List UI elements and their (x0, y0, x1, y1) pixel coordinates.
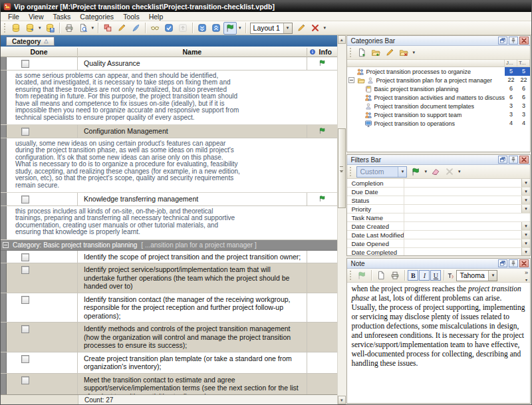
italic-button[interactable]: I (419, 270, 430, 281)
print-button[interactable] (63, 22, 76, 35)
tree-item[interactable]: Basic project transition planning66 (347, 84, 530, 93)
menu-item-categories[interactable]: Categories (75, 13, 118, 21)
tree-column-2[interactable]: T... (517, 60, 530, 67)
task-name-cell[interactable]: Configuration Management (78, 125, 307, 138)
note-pin-button[interactable] (509, 259, 518, 267)
new-database-button[interactable] (9, 22, 23, 35)
complete-task-button[interactable] (162, 22, 176, 35)
task-checkbox[interactable] (21, 355, 29, 363)
task-row[interactable]: Quality Assurance (1, 57, 337, 70)
task-row[interactable]: Identify project service/support/impleme… (1, 263, 337, 293)
underline-button[interactable]: U (430, 270, 441, 281)
scrollbar-thumb[interactable] (338, 128, 346, 208)
toolbar-overflow[interactable] (525, 269, 528, 283)
note-close-button[interactable] (519, 259, 529, 267)
scroll-up-button[interactable] (338, 35, 346, 44)
add-category-button[interactable] (355, 47, 368, 59)
tree-item[interactable]: Project transition to support team33 (347, 110, 530, 119)
task-name-cell[interactable]: Meet the transition contact to estimate … (78, 374, 307, 395)
filter-value[interactable] (404, 222, 521, 230)
dropdown-arrow-icon[interactable] (237, 25, 243, 31)
delete-category-button[interactable] (397, 47, 410, 59)
layout-combo[interactable]: Layout 1 (250, 23, 293, 34)
filter-dropdown-button[interactable] (521, 179, 530, 187)
column-header-done[interactable]: Done (1, 48, 78, 56)
task-checkbox[interactable] (21, 60, 29, 68)
category-band[interactable]: Category: Basic project transition plann… (1, 240, 337, 251)
task-row[interactable]: Knowledge transferring management (1, 193, 337, 206)
task-checkbox[interactable] (21, 253, 29, 261)
move-up-button[interactable] (176, 22, 190, 35)
task-checkbox[interactable] (21, 196, 29, 203)
print-preview-button[interactable] (76, 22, 90, 35)
collapse-icon[interactable] (3, 242, 9, 248)
combo-dropdown-icon[interactable] (398, 167, 406, 177)
filter-dropdown-button[interactable] (521, 188, 530, 196)
column-header-name[interactable]: Name (78, 48, 307, 56)
font-combo[interactable]: Tahoma (456, 270, 497, 281)
open-database-button[interactable] (23, 22, 37, 35)
categories-pin-button[interactable] (509, 37, 518, 45)
flag-filter-button[interactable] (223, 22, 237, 35)
task-checkbox[interactable] (21, 266, 29, 274)
task-checkbox[interactable] (21, 376, 29, 384)
task-name-cell[interactable]: Identify project service/support/impleme… (78, 263, 307, 293)
filter-value[interactable] (404, 231, 521, 239)
new-note-button[interactable] (374, 269, 388, 282)
bold-button[interactable]: B (408, 270, 418, 281)
categories-close-button[interactable] (519, 37, 529, 45)
combo-dropdown-icon[interactable] (283, 23, 292, 33)
filter-dropdown-button[interactable] (521, 196, 530, 204)
tree-column-1[interactable]: J... (505, 60, 517, 67)
filter-value[interactable] (404, 239, 521, 247)
task-row[interactable]: Create project transition plan template … (1, 352, 337, 374)
add-subcategory-button[interactable] (369, 47, 382, 59)
filter-preset-combo[interactable]: Custom (356, 166, 407, 178)
task-name-cell[interactable]: Identify methods and controls of the pro… (78, 323, 307, 352)
dropdown-arrow-icon[interactable] (411, 50, 416, 55)
filters-float-button[interactable] (498, 156, 507, 164)
task-checkbox[interactable] (21, 296, 29, 304)
delete-layout-button[interactable] (309, 22, 322, 35)
task-checkbox[interactable] (21, 325, 29, 333)
dropdown-arrow-icon[interactable] (457, 169, 462, 174)
column-header-info[interactable]: Info (307, 48, 337, 56)
task-row[interactable]: Configuration Management (1, 125, 337, 138)
tree-item[interactable]: Project transition plan for a project ma… (347, 76, 530, 84)
note-editor[interactable]: when the project progress reaches the pr… (347, 283, 530, 403)
filters-close-button[interactable] (519, 156, 529, 164)
task-name-cell[interactable]: Create project transition plan template … (78, 352, 307, 373)
task-name-cell[interactable]: Knowledge transferring management (78, 193, 307, 205)
menu-item-tools[interactable]: Tools (118, 13, 144, 21)
task-notes-button[interactable] (129, 22, 142, 35)
filter-value[interactable] (404, 179, 521, 187)
vertical-scrollbar[interactable] (337, 35, 346, 404)
task-checkbox[interactable] (21, 128, 29, 136)
categories-float-button[interactable] (498, 37, 507, 45)
filters-pin-button[interactable] (509, 156, 518, 164)
filter-value[interactable] (404, 205, 521, 213)
clear-filter-button[interactable] (429, 166, 442, 178)
tree-item[interactable]: Project transition to operations44 (347, 119, 530, 128)
print-note-button[interactable] (388, 269, 402, 282)
combo-dropdown-icon[interactable] (488, 271, 497, 281)
menu-item-tasks[interactable]: Tasks (49, 13, 76, 21)
tree-item[interactable]: Project transition activities and matter… (347, 93, 530, 102)
task-row[interactable]: Identify transition contact (the manager… (1, 293, 337, 323)
menu-item-view[interactable]: View (24, 13, 49, 21)
filter-dropdown-button[interactable] (521, 239, 530, 247)
filter-value[interactable] (404, 248, 521, 255)
expand-all-button[interactable] (196, 22, 209, 35)
edit-layout-button[interactable] (295, 22, 308, 35)
edit-category-button[interactable] (383, 47, 396, 59)
collapse-icon[interactable] (348, 77, 354, 83)
task-row[interactable]: Meet the transition contact to estimate … (1, 374, 337, 395)
note-float-button[interactable] (498, 259, 507, 267)
menu-item-help[interactable]: Help (144, 13, 168, 21)
dropdown-arrow-icon[interactable] (323, 25, 328, 31)
new-category-button[interactable] (101, 22, 114, 35)
collapse-all-button[interactable] (209, 22, 223, 35)
apply-filter-button[interactable] (409, 166, 422, 178)
task-name-cell[interactable]: Identify transition contact (the manager… (78, 293, 307, 323)
dropdown-arrow-icon[interactable] (423, 169, 428, 174)
